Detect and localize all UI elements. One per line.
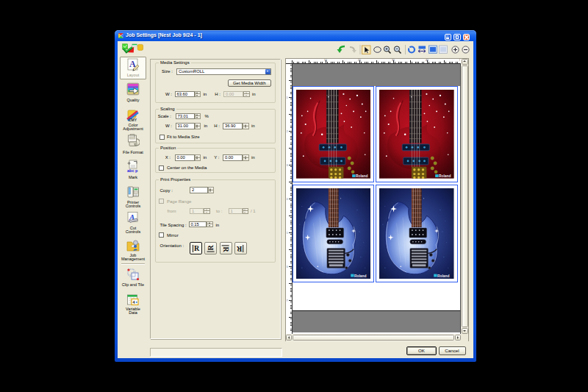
svg-text:CMY: CMY — [129, 117, 137, 121]
svg-text:abc p: abc p — [127, 168, 138, 173]
